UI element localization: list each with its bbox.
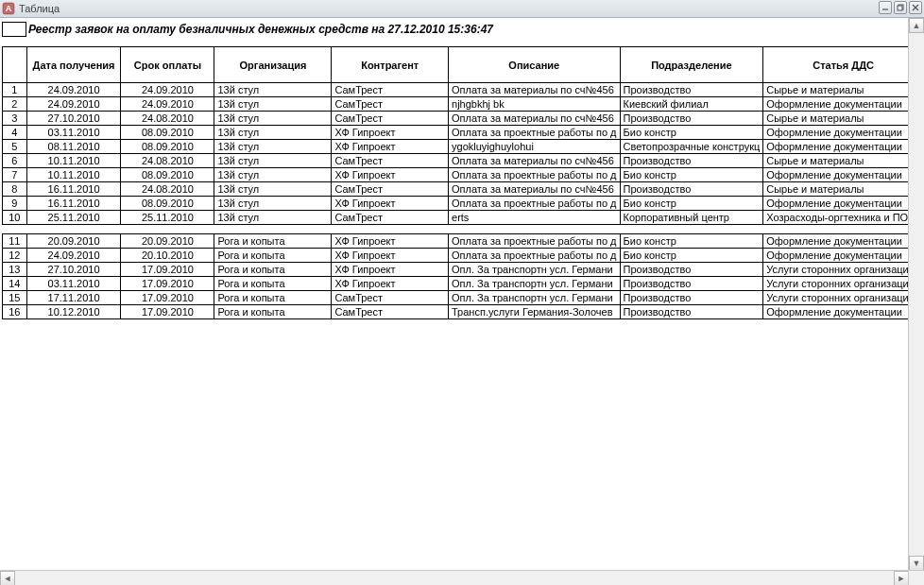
cell[interactable]: 13 bbox=[3, 263, 27, 277]
table-row[interactable]: 610.11.201024.08.201013й стулСамТрестОпл… bbox=[3, 154, 924, 168]
cell[interactable]: 17.09.2010 bbox=[121, 277, 214, 291]
cell[interactable]: erts bbox=[449, 211, 621, 225]
cell[interactable]: 17.09.2010 bbox=[121, 263, 214, 277]
cell[interactable]: njhgbkhj bk bbox=[449, 97, 621, 112]
cell[interactable]: Био констр bbox=[620, 168, 763, 182]
cell[interactable]: Опл. За транспортн усл. Германи bbox=[449, 263, 621, 277]
scroll-up-icon[interactable]: ▲ bbox=[909, 18, 924, 33]
cell[interactable]: Оплата за проектные работы по д bbox=[449, 168, 621, 182]
cell[interactable]: 24.09.2010 bbox=[121, 97, 214, 112]
cell[interactable]: ygokluyighuylohui bbox=[449, 140, 621, 154]
cell[interactable]: 08.09.2010 bbox=[121, 168, 214, 182]
col-date-received[interactable]: Дата получения bbox=[26, 47, 121, 83]
cell[interactable]: 6 bbox=[3, 154, 27, 168]
cell[interactable]: 20.09.2010 bbox=[26, 234, 121, 249]
cell[interactable]: 13й стул bbox=[214, 168, 332, 182]
cell[interactable]: 20.09.2010 bbox=[121, 234, 214, 249]
cell[interactable]: Производство bbox=[620, 291, 763, 305]
cell[interactable]: 8 bbox=[3, 182, 27, 197]
cell[interactable]: СамТрест bbox=[332, 211, 449, 225]
cell[interactable]: 13й стул bbox=[214, 97, 332, 112]
row-selector[interactable] bbox=[2, 22, 26, 37]
scroll-right-icon[interactable]: ► bbox=[894, 571, 909, 585]
cell[interactable]: Производство bbox=[620, 112, 763, 126]
cell[interactable]: Сырье и материалы bbox=[763, 112, 924, 126]
cell[interactable]: 1 bbox=[3, 83, 27, 97]
cell[interactable]: Оплата за материалы по сч№456 bbox=[449, 182, 621, 197]
cell[interactable]: Оплата за материалы по сч№456 bbox=[449, 112, 621, 126]
cell[interactable]: 13й стул bbox=[214, 182, 332, 197]
cell[interactable]: 10.11.2010 bbox=[26, 154, 121, 168]
cell[interactable]: СамТрест bbox=[332, 291, 449, 305]
cell[interactable]: ХФ Гипроект bbox=[332, 126, 449, 140]
cell[interactable]: 10.12.2010 bbox=[26, 305, 121, 319]
table-row[interactable]: 1327.10.201017.09.2010Рога и копытаХФ Ги… bbox=[3, 263, 924, 277]
table-row[interactable]: 508.11.201008.09.201013й стулХФ Гипроект… bbox=[3, 140, 924, 154]
table-row[interactable]: 224.09.201024.09.201013й стулСамТрестnjh… bbox=[3, 97, 924, 112]
cell[interactable]: Оформление документации bbox=[763, 126, 924, 140]
cell[interactable]: 24.08.2010 bbox=[121, 112, 214, 126]
cell[interactable]: 4 bbox=[3, 126, 27, 140]
col-organization[interactable]: Организация bbox=[214, 47, 332, 83]
table-row[interactable]: 1403.11.201017.09.2010Рога и копытаХФ Ги… bbox=[3, 277, 924, 291]
cell[interactable]: Оплата за материалы по сч№456 bbox=[449, 154, 621, 168]
cell[interactable]: Производство bbox=[620, 154, 763, 168]
cell[interactable]: СамТрест bbox=[332, 305, 449, 319]
cell[interactable]: Био констр bbox=[620, 126, 763, 140]
cell[interactable]: Услуги сторонних организаций bbox=[763, 263, 924, 277]
cell[interactable]: Рога и копыта bbox=[214, 277, 332, 291]
cell[interactable]: ХФ Гипроект bbox=[332, 277, 449, 291]
cell[interactable]: Оплата за материалы по сч№456 bbox=[449, 83, 621, 97]
cell[interactable]: Оплата за проектные работы по д bbox=[449, 249, 621, 263]
cell[interactable]: Оплата за проектные работы по д bbox=[449, 197, 621, 211]
cell[interactable]: 24.09.2010 bbox=[26, 83, 121, 97]
hscroll-track[interactable] bbox=[15, 571, 894, 585]
cell[interactable]: 13й стул bbox=[214, 211, 332, 225]
cell[interactable]: Оформление документации bbox=[763, 97, 924, 112]
col-description[interactable]: Описание bbox=[449, 47, 621, 83]
cell[interactable]: 13й стул bbox=[214, 197, 332, 211]
scroll-down-icon[interactable]: ▼ bbox=[909, 556, 924, 571]
cell[interactable]: Рога и копыта bbox=[214, 263, 332, 277]
table-row[interactable]: 916.11.201008.09.201013й стулХФ Гипроект… bbox=[3, 197, 924, 211]
cell[interactable]: Оплата за проектные работы по д bbox=[449, 234, 621, 249]
cell[interactable]: Оплата за проектные работы по д bbox=[449, 126, 621, 140]
cell[interactable]: Хозрасходы-оргтехника и ПО bbox=[763, 211, 924, 225]
cell[interactable]: Оформление документации bbox=[763, 305, 924, 319]
cell[interactable]: ХФ Гипроект bbox=[332, 140, 449, 154]
cell[interactable]: 25.11.2010 bbox=[26, 211, 121, 225]
vertical-scrollbar[interactable]: ▲ ▼ bbox=[908, 18, 924, 571]
cell[interactable]: Опл. За транспортн усл. Германи bbox=[449, 277, 621, 291]
cell[interactable]: СамТрест bbox=[332, 97, 449, 112]
cell[interactable]: 11 bbox=[3, 234, 27, 249]
cell[interactable]: 10.11.2010 bbox=[26, 168, 121, 182]
cell[interactable]: 24.08.2010 bbox=[121, 154, 214, 168]
cell[interactable]: Сырье и материалы bbox=[763, 83, 924, 97]
table-row[interactable]: 327.10.201024.08.201013й стулСамТрестОпл… bbox=[3, 112, 924, 126]
cell[interactable]: 24.09.2010 bbox=[26, 249, 121, 263]
cell[interactable]: ХФ Гипроект bbox=[332, 249, 449, 263]
cell[interactable]: ХФ Гипроект bbox=[332, 197, 449, 211]
cell[interactable]: Сырье и материалы bbox=[763, 182, 924, 197]
cell[interactable]: 16.11.2010 bbox=[26, 197, 121, 211]
cell[interactable]: Оформление документации bbox=[763, 249, 924, 263]
cell[interactable]: Производство bbox=[620, 182, 763, 197]
cell[interactable]: 17.09.2010 bbox=[121, 291, 214, 305]
cell[interactable]: Сырье и материалы bbox=[763, 154, 924, 168]
cell[interactable]: 13й стул bbox=[214, 140, 332, 154]
col-department[interactable]: Подразделение bbox=[620, 47, 763, 83]
cell[interactable]: 13й стул bbox=[214, 126, 332, 140]
table-row[interactable]: 1025.11.201025.11.201013й стулСамТрестer… bbox=[3, 211, 924, 225]
cell[interactable]: Опл. За транспортн усл. Германи bbox=[449, 291, 621, 305]
table-row[interactable]: 1120.09.201020.09.2010Рога и копытаХФ Ги… bbox=[3, 234, 924, 249]
col-counterparty[interactable]: Контрагент bbox=[332, 47, 449, 83]
cell[interactable]: 03.11.2010 bbox=[26, 277, 121, 291]
cell[interactable]: 08.09.2010 bbox=[121, 197, 214, 211]
table-row[interactable]: 710.11.201008.09.201013й стулХФ Гипроект… bbox=[3, 168, 924, 182]
cell[interactable]: СамТрест bbox=[332, 154, 449, 168]
horizontal-scrollbar[interactable]: ◄ ► bbox=[0, 570, 909, 585]
cell[interactable]: Производство bbox=[620, 277, 763, 291]
cell[interactable]: 08.11.2010 bbox=[26, 140, 121, 154]
cell[interactable]: 08.09.2010 bbox=[121, 140, 214, 154]
cell[interactable]: Услуги сторонних организаций bbox=[763, 277, 924, 291]
